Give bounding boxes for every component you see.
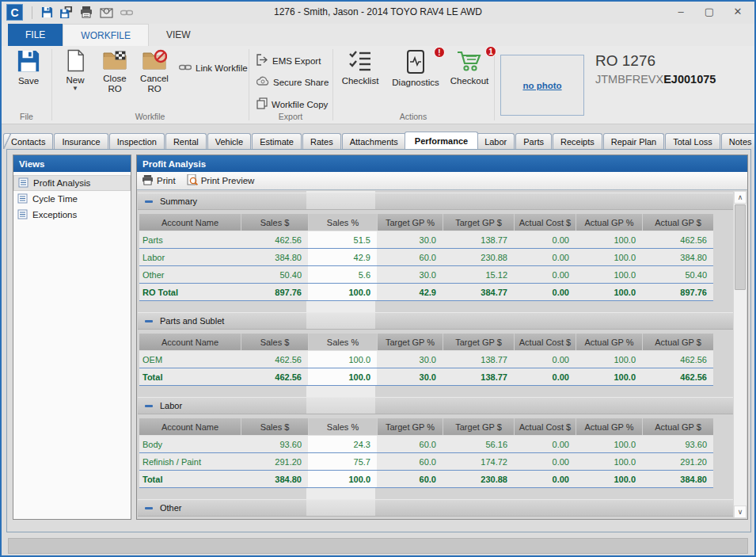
header-cell[interactable]: Sales % bbox=[308, 418, 377, 435]
header-cell[interactable]: Actual GP $ bbox=[642, 334, 713, 350]
tab-rates[interactable]: Rates bbox=[302, 133, 341, 149]
header-cell[interactable]: Sales $ bbox=[241, 418, 308, 435]
tab-contacts[interactable]: Contacts bbox=[3, 133, 53, 149]
scroll-down-button[interactable]: ∨ bbox=[734, 505, 747, 518]
print-preview-button[interactable]: Print Preview bbox=[187, 174, 255, 187]
tab-inspection[interactable]: Inspection bbox=[109, 133, 165, 149]
minimize-button[interactable]: – bbox=[672, 3, 690, 19]
header-cell[interactable]: Actual GP $ bbox=[642, 214, 713, 231]
tab-performance[interactable]: Performance bbox=[405, 132, 478, 149]
tab-vehicle[interactable]: Vehicle bbox=[207, 133, 251, 149]
export-icon bbox=[256, 54, 268, 67]
save-all-icon[interactable] bbox=[60, 6, 73, 18]
link-workfile-label: Link Workfile bbox=[196, 63, 248, 73]
copy-icon bbox=[256, 97, 268, 111]
value-cell: 42.9 bbox=[308, 249, 377, 265]
sidebar-item-cycle-time[interactable]: Cycle Time bbox=[13, 191, 131, 207]
save-button[interactable]: Save bbox=[9, 49, 47, 86]
header-cell[interactable]: Account Name bbox=[139, 418, 241, 435]
diagnostics-button[interactable]: ! Diagnostics bbox=[391, 49, 440, 88]
section-header-summary[interactable]: Summary bbox=[138, 193, 733, 210]
header-cell[interactable]: Sales $ bbox=[241, 214, 308, 231]
ems-export-button[interactable]: EMS Export bbox=[256, 54, 321, 67]
section-header-parts-and-sublet[interactable]: Parts and Sublet bbox=[138, 312, 733, 330]
header-cell[interactable]: Actual Cost $ bbox=[514, 334, 576, 350]
ro-number: RO 1276 bbox=[595, 52, 716, 70]
tab-insurance[interactable]: Insurance bbox=[54, 133, 108, 149]
maximize-button[interactable]: ▢ bbox=[701, 3, 718, 19]
new-button[interactable]: New ▼ bbox=[59, 49, 92, 92]
print-icon[interactable] bbox=[80, 6, 93, 18]
value-cell: 291.20 bbox=[241, 453, 308, 470]
scroll-up-button[interactable]: ∧ bbox=[734, 191, 747, 204]
tab-repair-plan[interactable]: Repair Plan bbox=[603, 133, 664, 149]
group-label-actions: Actions bbox=[332, 112, 494, 121]
header-cell[interactable]: Target GP $ bbox=[443, 334, 514, 350]
report-icon bbox=[18, 177, 28, 189]
app-logo-icon[interactable]: C bbox=[6, 4, 23, 21]
vertical-scrollbar[interactable]: ∧ ∨ bbox=[733, 191, 747, 518]
value-cell: 100.0 bbox=[576, 351, 642, 368]
sidebar-item-exceptions[interactable]: Exceptions bbox=[13, 207, 131, 223]
header-cell[interactable]: Sales $ bbox=[241, 334, 308, 350]
header-cell[interactable]: Actual GP % bbox=[576, 214, 642, 231]
value-cell: 30.0 bbox=[377, 231, 443, 248]
value-cell: 100.0 bbox=[576, 471, 642, 487]
collapse-icon[interactable] bbox=[145, 200, 153, 203]
section-header-other[interactable]: Other bbox=[138, 499, 733, 517]
header-cell[interactable]: Sales % bbox=[308, 334, 377, 350]
collapse-icon[interactable] bbox=[145, 507, 153, 509]
title-bar: C 1276 - Smith, Jason - 2014 TOYO RAV4 L… bbox=[2, 2, 754, 24]
scrollbar-thumb[interactable] bbox=[735, 204, 746, 290]
tab-parts[interactable]: Parts bbox=[515, 133, 552, 149]
ribbon-tab-file[interactable]: FILE bbox=[8, 24, 63, 46]
collapse-icon[interactable] bbox=[145, 320, 153, 322]
tab-labor[interactable]: Labor bbox=[477, 133, 515, 149]
account-name-cell: Total bbox=[139, 471, 241, 487]
checkout-button[interactable]: 1 Checkout bbox=[446, 49, 492, 86]
checklist-button[interactable]: Checklist bbox=[340, 49, 380, 86]
header-cell[interactable]: Actual GP % bbox=[576, 334, 642, 350]
header-cell[interactable]: Account Name bbox=[139, 334, 241, 350]
collapse-icon[interactable] bbox=[145, 405, 153, 407]
section-spacer bbox=[138, 386, 733, 397]
ribbon-tab-workfile[interactable]: WORKFILE bbox=[63, 24, 149, 46]
ribbon-tab-view[interactable]: VIEW bbox=[149, 24, 208, 46]
header-cell[interactable]: Sales % bbox=[308, 214, 377, 231]
tab-total-loss[interactable]: Total Loss bbox=[665, 133, 720, 149]
close-button[interactable]: ✕ bbox=[729, 3, 747, 19]
header-cell[interactable]: Account Name bbox=[139, 214, 241, 231]
header-cell[interactable]: Target GP % bbox=[377, 418, 443, 435]
header-cell[interactable]: Actual Cost $ bbox=[514, 418, 576, 435]
tab-receipts[interactable]: Receipts bbox=[553, 133, 602, 149]
workfile-copy-button[interactable]: Workfile Copy bbox=[256, 97, 328, 111]
header-cell[interactable]: Target GP % bbox=[377, 334, 443, 350]
save-icon[interactable] bbox=[41, 6, 53, 18]
tab-notes[interactable]: Notes bbox=[721, 133, 756, 149]
link-workfile-button[interactable]: Link Workfile bbox=[179, 63, 248, 73]
cancel-ro-button[interactable]: Cancel RO bbox=[136, 49, 173, 94]
value-cell: 230.88 bbox=[443, 249, 514, 265]
print-button[interactable]: Print bbox=[142, 175, 176, 187]
secure-share-button[interactable]: Secure Share bbox=[256, 76, 329, 88]
header-cell[interactable]: Target GP % bbox=[377, 214, 443, 231]
header-cell[interactable]: Target GP $ bbox=[443, 418, 514, 435]
column-header-row: Account NameSales $Sales %Target GP %Tar… bbox=[139, 334, 713, 351]
no-photo-link[interactable]: no photo bbox=[522, 81, 561, 90]
header-cell[interactable]: Actual GP % bbox=[576, 418, 642, 435]
header-cell[interactable]: Target GP $ bbox=[443, 214, 514, 231]
tab-attachments[interactable]: Attachments bbox=[342, 133, 406, 149]
link-icon[interactable] bbox=[120, 9, 133, 17]
tab-rental[interactable]: Rental bbox=[165, 133, 207, 149]
dropdown-caret-icon[interactable]: ▼ bbox=[59, 86, 92, 92]
checkout-badge: 1 bbox=[485, 46, 496, 57]
close-ro-button[interactable]: Close RO bbox=[97, 49, 133, 94]
header-cell[interactable]: Actual GP $ bbox=[642, 418, 713, 435]
account-name-cell: Total bbox=[139, 368, 241, 385]
section-header-labor[interactable]: Labor bbox=[138, 397, 733, 414]
sidebar-item-profit-analysis[interactable]: Profit Analysis bbox=[13, 175, 131, 191]
email-icon[interactable] bbox=[100, 6, 113, 18]
header-cell[interactable]: Actual Cost $ bbox=[514, 214, 576, 231]
tab-estimate[interactable]: Estimate bbox=[252, 133, 302, 149]
value-cell: 100.0 bbox=[576, 436, 642, 452]
